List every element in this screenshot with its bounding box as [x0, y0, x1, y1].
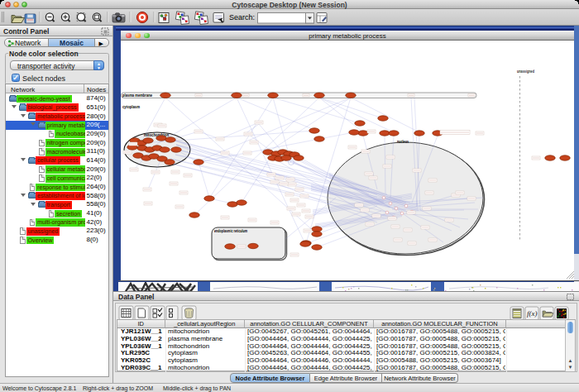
- svg-text:Search:: Search:: [229, 13, 255, 22]
- svg-text:unassigned: unassigned: [517, 69, 534, 74]
- svg-text:f(x): f(x): [527, 309, 538, 318]
- svg-text:plasma membrane: plasma membrane: [122, 93, 152, 98]
- svg-text:nucleus: nucleus: [397, 139, 409, 144]
- svg-text:cytoplasm: cytoplasm: [122, 104, 140, 109]
- svg-text:endoplasmic reticulum: endoplasmic reticulum: [214, 228, 247, 233]
